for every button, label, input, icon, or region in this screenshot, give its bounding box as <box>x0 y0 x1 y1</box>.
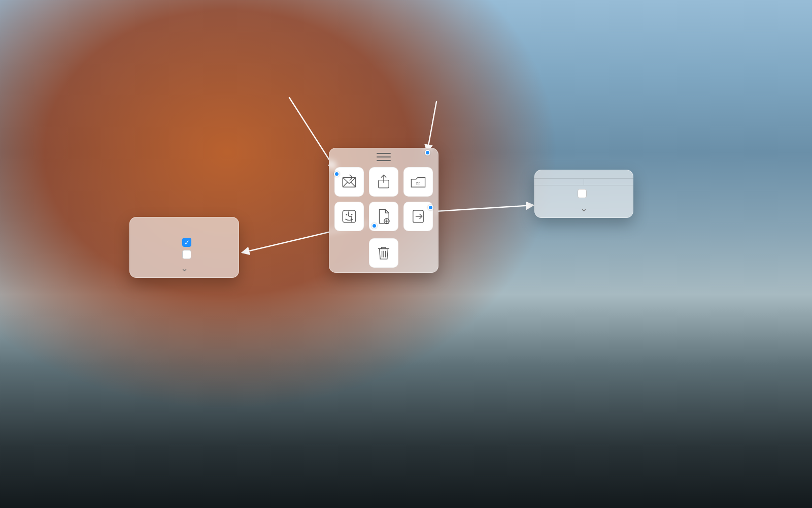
start-editing-row[interactable]: ✓ <box>134 236 234 248</box>
svg-text:zip: zip <box>416 181 421 185</box>
reveal-in-finder-button[interactable] <box>334 202 364 231</box>
svg-line-0 <box>289 98 335 169</box>
svg-line-2 <box>435 205 533 211</box>
main-actions-grid: zip <box>329 164 438 234</box>
menu-icon[interactable] <box>377 153 391 161</box>
tab-recent[interactable] <box>534 179 584 185</box>
in-this-folder-checkbox[interactable] <box>182 250 191 259</box>
chevron-down-icon[interactable]: ⌄ <box>134 261 234 274</box>
zip-button[interactable]: zip <box>403 167 433 197</box>
start-editing-checkbox[interactable]: ✓ <box>182 238 191 247</box>
share-button[interactable] <box>369 167 398 197</box>
add-destination-button[interactable] <box>534 170 633 178</box>
svg-point-9 <box>346 214 348 215</box>
main-actions-panel: zip <box>329 148 438 273</box>
connector-dot <box>334 171 340 177</box>
tab-other[interactable] <box>584 179 633 185</box>
in-this-folder-row[interactable] <box>134 248 234 261</box>
chevron-down-icon[interactable]: ⌄ <box>534 202 633 218</box>
create-documents-panel: ✓ ⌄ <box>129 217 239 278</box>
connector-dot <box>428 205 433 210</box>
destinations-panel: ⌄ <box>534 170 633 218</box>
should-copy-checkbox[interactable] <box>578 189 587 198</box>
zip-icon: zip <box>410 173 427 190</box>
svg-line-1 <box>427 102 436 151</box>
svg-point-10 <box>351 214 353 215</box>
trash-icon <box>375 244 392 262</box>
new-file-icon <box>375 208 392 225</box>
finder-icon <box>341 208 358 225</box>
email-button[interactable] <box>334 167 364 197</box>
connector-dot <box>425 150 430 155</box>
email-icon <box>341 173 358 190</box>
main-panel-header <box>329 148 438 164</box>
share-icon <box>375 173 392 190</box>
should-copy-row[interactable] <box>534 185 633 202</box>
connector-dot <box>371 223 377 229</box>
trash-button[interactable] <box>369 238 398 268</box>
move-to-icon <box>410 208 427 225</box>
